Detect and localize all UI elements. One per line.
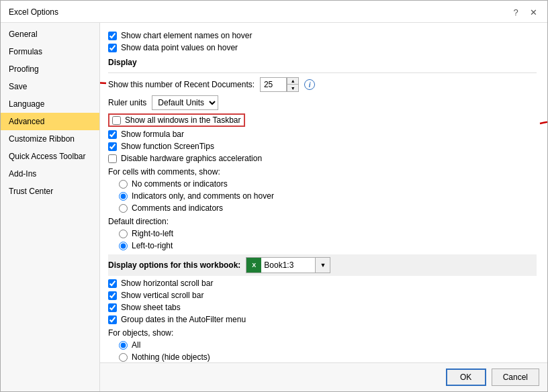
left-to-right-row: Left-to-right — [119, 241, 537, 250]
show-v-scroll-row: Show vertical scroll bar — [108, 291, 537, 300]
show-all-windows-row: Show all windows in the Taskbar — [108, 113, 537, 127]
comments-indicators-label: Comments and indicators — [132, 203, 223, 213]
content-scroll[interactable]: Show chart element names on hover Show d… — [100, 23, 547, 362]
show-h-scroll-label: Show horizontal scroll bar — [121, 279, 213, 288]
red-arrow-3 — [456, 359, 510, 362]
show-function-screentips-checkbox[interactable] — [108, 142, 117, 151]
sidebar-item-trust-center[interactable]: Trust Center — [1, 183, 99, 200]
show-h-scroll-checkbox[interactable] — [108, 279, 117, 288]
for-objects-label: For objects, show: — [108, 328, 537, 338]
recent-docs-label: Show this number of Recent Documents: — [108, 80, 255, 89]
no-comments-radio[interactable] — [119, 180, 128, 189]
right-to-left-radio[interactable] — [119, 230, 128, 238]
ruler-units-label: Ruler units — [108, 98, 146, 107]
recent-docs-row: Show this number of Recent Documents: ▲ … — [108, 77, 537, 92]
workbook-label: Display options for this workbook: — [108, 260, 240, 270]
show-data-point-label: Show data point values on hover — [121, 43, 238, 52]
disable-hardware-label: Disable hardware graphics acceleration — [121, 154, 262, 163]
disable-hardware-checkbox[interactable] — [108, 154, 117, 163]
no-comments-label: No comments or indicators — [132, 179, 228, 189]
show-all-windows-checkbox[interactable] — [112, 116, 121, 125]
dialog-title: Excel Options — [9, 7, 58, 17]
show-all-windows-label: Show all windows in the Taskbar — [125, 115, 241, 125]
ruler-units-select-wrap: Default Units Inches Centimeters Millime… — [152, 95, 218, 110]
nothing-row: Nothing (hide objects) — [119, 352, 537, 362]
sidebar: General Formulas Proofing Save Language … — [1, 23, 100, 391]
workbook-icon: X — [246, 258, 261, 273]
info-icon[interactable]: i — [304, 79, 315, 90]
sidebar-item-proofing[interactable]: Proofing — [1, 60, 99, 78]
spinner-arrows: ▲ ▼ — [287, 77, 299, 92]
dialog-body: General Formulas Proofing Save Language … — [1, 23, 547, 391]
all-row: All — [119, 340, 537, 350]
title-bar: Excel Options ? ✕ — [1, 1, 547, 23]
cancel-button[interactable]: Cancel — [492, 369, 539, 386]
show-v-scroll-label: Show vertical scroll bar — [121, 291, 203, 300]
show-function-screentips-label: Show function ScreenTips — [121, 142, 214, 151]
main-content: Show chart element names on hover Show d… — [100, 23, 547, 391]
recent-docs-spinner[interactable]: ▲ ▼ — [260, 77, 299, 92]
show-chart-names-label: Show chart element names on hover — [121, 31, 252, 40]
for-cells-label: For cells with comments, show: — [108, 167, 537, 177]
sidebar-item-customize-ribbon[interactable]: Customize Ribbon — [1, 130, 99, 148]
sidebar-item-general[interactable]: General — [1, 26, 99, 43]
all-label: All — [132, 340, 140, 350]
show-formula-bar-checkbox[interactable] — [108, 130, 117, 139]
disable-hardware-row: Disable hardware graphics acceleration — [108, 154, 537, 163]
workbook-row: Display options for this workbook: X Boo… — [108, 254, 537, 276]
show-h-scroll-row: Show horizontal scroll bar — [108, 279, 537, 288]
group-dates-row: Group dates in the AutoFilter menu — [108, 315, 537, 324]
comments-indicators-row: Comments and indicators — [119, 203, 537, 213]
close-button[interactable]: ✕ — [527, 6, 539, 18]
sidebar-item-language[interactable]: Language — [1, 95, 99, 113]
show-v-scroll-checkbox[interactable] — [108, 291, 117, 300]
show-data-point-row: Show data point values on hover — [108, 43, 537, 52]
show-function-screentips-row: Show function ScreenTips — [108, 142, 537, 151]
show-formula-bar-row: Show formula bar — [108, 130, 537, 139]
default-direction-label: Default direction: — [108, 217, 537, 226]
excel-options-dialog: Excel Options ? ✕ General Formulas Proof… — [0, 0, 548, 392]
comments-indicators-radio[interactable] — [119, 204, 128, 213]
workbook-dropdown-arrow[interactable]: ▼ — [315, 258, 330, 273]
indicators-only-radio[interactable] — [119, 192, 128, 201]
right-to-left-row: Right-to-left — [119, 229, 537, 238]
sidebar-item-formulas[interactable]: Formulas — [1, 43, 99, 60]
show-all-windows-highlight: Show all windows in the Taskbar — [108, 113, 245, 127]
left-to-right-label: Left-to-right — [132, 241, 173, 250]
group-dates-checkbox[interactable] — [108, 315, 117, 324]
spinner-up[interactable]: ▲ — [287, 78, 298, 85]
show-chart-names-checkbox[interactable] — [108, 32, 117, 40]
ruler-units-row: Ruler units Default Units Inches Centime… — [108, 95, 537, 110]
group-dates-label: Group dates in the AutoFilter menu — [121, 315, 246, 324]
ok-button[interactable]: OK — [446, 369, 486, 386]
spinner-down[interactable]: ▼ — [287, 85, 298, 91]
indicators-only-label: Indicators only, and comments on hover — [132, 191, 274, 201]
left-to-right-radio[interactable] — [119, 242, 128, 250]
right-to-left-label: Right-to-left — [132, 229, 173, 238]
workbook-name: Book1:3 — [261, 260, 315, 270]
indicators-only-row: Indicators only, and comments on hover — [119, 191, 537, 201]
recent-docs-input[interactable] — [260, 77, 287, 92]
sidebar-item-save[interactable]: Save — [1, 78, 99, 95]
section-divider — [108, 72, 537, 73]
display-section-header: Display — [108, 58, 537, 68]
show-data-point-checkbox[interactable] — [108, 44, 117, 52]
show-sheet-tabs-row: Show sheet tabs — [108, 303, 537, 312]
sidebar-item-advanced[interactable]: Advanced — [1, 113, 99, 130]
sidebar-item-add-ins[interactable]: Add-Ins — [1, 165, 99, 183]
nothing-radio[interactable] — [119, 353, 128, 362]
dialog-footer: OK Cancel — [100, 362, 547, 391]
sidebar-item-quick-access[interactable]: Quick Access Toolbar — [1, 148, 99, 165]
workbook-select[interactable]: X Book1:3 ▼ — [246, 257, 330, 273]
show-formula-bar-label: Show formula bar — [121, 130, 184, 139]
show-sheet-tabs-label: Show sheet tabs — [121, 303, 181, 312]
nothing-label: Nothing (hide objects) — [132, 352, 210, 362]
no-comments-row: No comments or indicators — [119, 179, 537, 189]
title-bar-controls: ? ✕ — [510, 6, 539, 18]
ruler-units-select[interactable]: Default Units Inches Centimeters Millime… — [152, 95, 218, 110]
show-sheet-tabs-checkbox[interactable] — [108, 303, 117, 312]
help-button[interactable]: ? — [510, 6, 522, 18]
show-chart-names-row: Show chart element names on hover — [108, 31, 537, 40]
all-radio[interactable] — [119, 341, 128, 350]
